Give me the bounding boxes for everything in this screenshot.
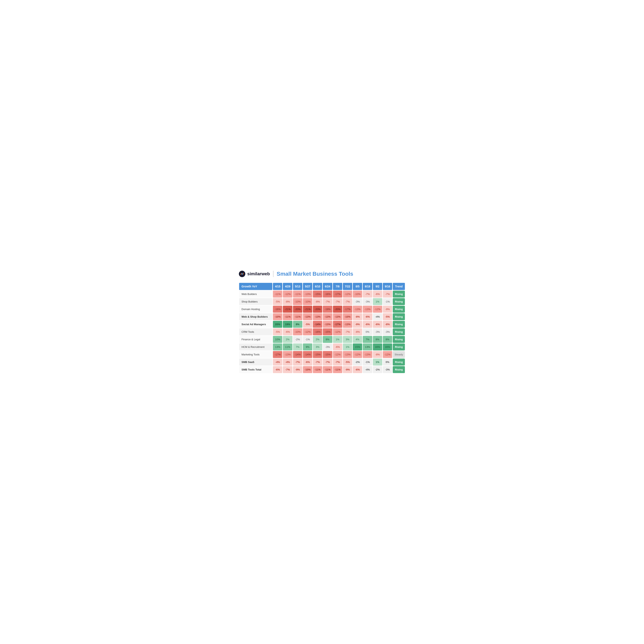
col-header-85: 8/5 <box>353 283 362 290</box>
data-cell: -6% <box>333 343 342 350</box>
data-cell: -13% <box>283 351 292 358</box>
data-cell: -13% <box>343 351 352 358</box>
data-cell: -9% <box>293 366 302 373</box>
data-cell: -12% <box>383 351 392 358</box>
data-cell: -3% <box>323 343 332 350</box>
trend-cell: Rising <box>393 343 405 350</box>
data-cell: -19% <box>323 306 332 313</box>
data-cell: 1% <box>333 336 342 343</box>
data-cell: -6% <box>373 291 382 298</box>
data-cell: 3% <box>313 343 322 350</box>
data-cell: -21% <box>303 306 312 313</box>
data-cell: -5% <box>273 298 282 305</box>
row-label: Social Ad Managers <box>239 321 272 328</box>
svg-point-1 <box>241 273 243 274</box>
col-header-610: 6/10 <box>313 283 322 290</box>
table-header-row: Growth YoY 4/15 4/29 5/13 5/27 6/10 6/24… <box>239 283 405 290</box>
data-cell: -7% <box>333 359 342 366</box>
header-divider <box>273 271 274 277</box>
data-cell: 2% <box>313 336 322 343</box>
data-cell: -8% <box>283 298 292 305</box>
row-label: Shop Builders <box>239 298 272 305</box>
row-label: Marketing Tools <box>239 351 272 358</box>
data-cell: -7% <box>293 359 302 366</box>
col-header-722: 7/22 <box>343 283 352 290</box>
data-cell: -7% <box>283 366 292 373</box>
data-cell: -14% <box>293 351 302 358</box>
table-row: Web Builders-11%-12%-11%-13%-15%-16%-17%… <box>239 291 405 298</box>
table-row: Web & Shop Builders-10%-11%-11%-13%-13%-… <box>239 313 405 320</box>
data-cell: -15% <box>313 291 322 298</box>
table-row: Social Ad Managers20%19%8%-5%-14%-13%-17… <box>239 321 405 328</box>
col-header-92: 9/2 <box>373 283 382 290</box>
data-cell: -12% <box>343 291 352 298</box>
data-cell: -3% <box>383 328 392 335</box>
data-cell: -16% <box>273 306 282 313</box>
row-label: HCM & Recruitment <box>239 343 272 350</box>
trend-cell: Rising <box>393 328 405 335</box>
data-cell: -4% <box>273 359 282 366</box>
col-header-trend: Trend <box>393 283 405 290</box>
data-cell: -11% <box>293 313 302 320</box>
data-cell: -11% <box>293 291 302 298</box>
col-header-429: 4/29 <box>283 283 292 290</box>
data-cell: -11% <box>323 366 332 373</box>
col-header-527: 5/27 <box>303 283 312 290</box>
data-cell: -11% <box>283 313 292 320</box>
col-header-415: 4/15 <box>273 283 282 290</box>
data-cell: 11% <box>283 343 292 350</box>
row-label: Web & Shop Builders <box>239 313 272 320</box>
data-cell: -7% <box>343 298 352 305</box>
page-title: Small Market Business Tools <box>277 271 353 277</box>
trend-cell: Rising <box>393 306 405 313</box>
data-cell: -14% <box>303 351 312 358</box>
row-label: Finance & Legal <box>239 336 272 343</box>
data-cell: 8% <box>293 321 302 328</box>
data-table: Growth YoY 4/15 4/29 5/13 5/27 6/10 6/24… <box>239 282 405 374</box>
data-cell: -13% <box>363 306 372 313</box>
data-cell: -3% <box>353 298 362 305</box>
data-cell: -8% <box>383 321 392 328</box>
data-cell: -11% <box>333 366 342 373</box>
trend-cell: Rising <box>393 321 405 328</box>
data-cell: -17% <box>333 321 342 328</box>
logo: similarweb <box>239 270 270 277</box>
data-cell: -16% <box>323 291 332 298</box>
data-cell: -13% <box>323 321 332 328</box>
data-cell: -21% <box>283 306 292 313</box>
data-cell: 0% <box>363 328 372 335</box>
data-cell: -6% <box>303 359 312 366</box>
trend-cell: Steady <box>393 351 405 358</box>
data-cell: -1% <box>363 359 372 366</box>
data-cell: -15% <box>323 351 332 358</box>
table-row: SMB SaaS-4%-4%-7%-6%-7%-7%-7%-5%-2%-1%1%… <box>239 359 405 366</box>
data-cell: -3% <box>383 366 392 373</box>
data-cell: 15% <box>353 343 362 350</box>
data-cell: 4% <box>353 336 362 343</box>
data-cell: 8% <box>323 336 332 343</box>
data-cell: -4% <box>373 313 382 320</box>
data-cell: -13% <box>313 313 322 320</box>
data-cell: -5% <box>343 359 352 366</box>
data-cell: -11% <box>313 366 322 373</box>
data-cell: -17% <box>273 351 282 358</box>
main-container: similarweb Small Market Business Tools G… <box>233 264 411 380</box>
table-row: HCM & Recruitment13%11%7%9%3%-3%-6%1%15%… <box>239 343 405 350</box>
table-row: SMB Tools Total-6%-7%-9%-10%-11%-11%-11%… <box>239 366 405 373</box>
table-row: Domain Hosting-16%-21%-20%-21%-20%-19%-2… <box>239 306 405 313</box>
data-cell: 7% <box>363 336 372 343</box>
data-cell: -10% <box>343 313 352 320</box>
data-cell: 10% <box>273 336 282 343</box>
data-cell: -7% <box>313 359 322 366</box>
data-cell: -7% <box>343 328 352 335</box>
data-cell: -4% <box>363 366 372 373</box>
table-row: Finance & Legal10%2%-2%-1%2%8%1%3%4%7%8%… <box>239 336 405 343</box>
data-cell: -15% <box>323 328 332 335</box>
data-cell: -17% <box>333 291 342 298</box>
data-cell: -10% <box>293 328 302 335</box>
data-cell: -8% <box>353 328 362 335</box>
data-cell: -12% <box>373 306 382 313</box>
data-cell: -6% <box>353 366 362 373</box>
data-cell: -3% <box>373 328 382 335</box>
data-cell: -5% <box>383 313 392 320</box>
